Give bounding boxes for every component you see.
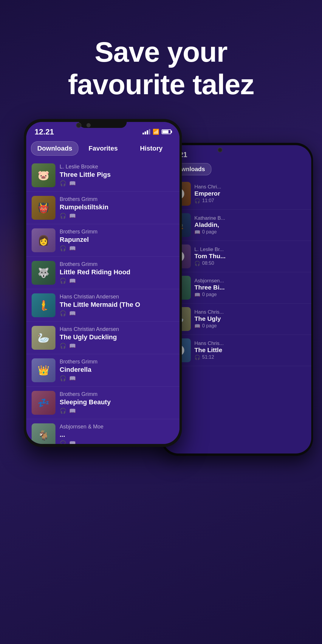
story-author: Brothers Grimm <box>60 391 174 397</box>
tab-favorites[interactable]: Favorites <box>80 141 126 156</box>
story-info: Asbjornsen & Moe ... 🎧 📖 <box>60 424 174 444</box>
story-title: The Little <box>194 346 307 354</box>
story-meta: 📖 0 page <box>194 292 307 298</box>
story-meta: 🎧 11:07 <box>194 198 307 204</box>
story-info: Hans Christian Andersen The Little Merma… <box>60 294 174 317</box>
list-item[interactable]: 👹 Brothers Grimm Rumpelstiltskin 🎧 📖 <box>26 192 179 224</box>
story-info: Brothers Grimm Cinderella 🎧 📖 <box>60 359 174 382</box>
story-title: Tom Thu... <box>194 253 307 260</box>
list-item[interactable]: 👑 Brothers Grimm Cinderella 🎧 📖 <box>26 354 179 387</box>
list-item[interactable]: 🐐 Asbjornsen & Moe ... 🎧 📖 <box>26 419 179 444</box>
hero-section: Save your favourite talez <box>0 0 322 119</box>
story-info: Hans Christian Andersen The Ugly Ducklin… <box>60 326 174 349</box>
headphone-icon: 🎧 <box>60 245 66 252</box>
story-info: Brothers Grimm Rumpelstiltskin 🎧 📖 <box>60 196 174 219</box>
phone1-status-icons: 📶 <box>143 129 171 135</box>
book-icon: 📖 <box>69 343 76 349</box>
story-author: Hans Christian Andersen <box>60 294 174 300</box>
phone1-story-list: 🐷 L. Leslie Brooke Three Little Pigs 🎧 📖… <box>26 159 179 444</box>
meta-value: 0 page <box>202 323 217 329</box>
story-title: Three Little Pigs <box>60 171 174 179</box>
story-title: Little Red Riding Hood <box>60 268 174 276</box>
headphone-icon: 🎧 <box>60 213 66 219</box>
tab-downloads[interactable]: Downloads <box>31 141 78 156</box>
list-item[interactable]: Hans Chris... The Little 🎧 51:12 <box>163 335 311 366</box>
phone-1: 12.21 📶 DownloadsFavoritesHistory <box>24 119 182 447</box>
story-thumbnail: 🦢 <box>32 326 55 350</box>
story-info: Hans Chris... The Ugly 📖 0 page <box>194 309 307 329</box>
story-thumbnail: 👑 <box>32 358 55 382</box>
list-item[interactable]: 🐷 L. Leslie Brooke Three Little Pigs 🎧 📖 <box>26 159 179 192</box>
meta-icon: 📖 <box>194 292 200 298</box>
story-author: Brothers Grimm <box>60 261 174 267</box>
story-meta: 🎧 08:50 <box>194 261 307 266</box>
story-title: Rumpelstiltskin <box>60 203 174 211</box>
meta-icon: 📖 <box>194 323 200 329</box>
meta-icon: 🎧 <box>194 261 200 266</box>
story-thumbnail: 👩 <box>32 228 55 252</box>
story-author: Brothers Grimm <box>60 196 174 202</box>
meta-value: 0 page <box>202 292 217 297</box>
list-item[interactable]: L. Leslie Br... Tom Thu... 🎧 08:50 <box>163 241 311 272</box>
phones-container: 12.21 Downloads Hans Chri... Emperor 🎧 1… <box>0 119 322 566</box>
signal-icon <box>143 129 150 134</box>
list-item[interactable]: 💤 Brothers Grimm Sleeping Beauty 🎧 📖 <box>26 387 179 419</box>
list-item[interactable]: 🧜 Hans Christian Andersen The Little Mer… <box>26 289 179 322</box>
story-author: Hans Christian Andersen <box>60 326 174 332</box>
list-item[interactable]: 🧞 Katharine B... Aladdin, 📖 0 page <box>163 210 311 241</box>
phone1-screen: 12.21 📶 DownloadsFavoritesHistory <box>26 122 179 444</box>
phone1-camera-right <box>86 123 91 127</box>
story-thumbnail: 🧜 <box>32 293 55 317</box>
story-author: Hans Chris... <box>194 340 307 346</box>
story-title: The Little Mermaid (The O <box>60 301 174 309</box>
story-author: Katharine B... <box>194 215 307 221</box>
book-icon: 📖 <box>69 180 76 187</box>
story-media-icons: 🎧 📖 <box>60 343 174 349</box>
story-media-icons: 🎧 📖 <box>60 213 174 219</box>
story-author: Brothers Grimm <box>60 359 174 365</box>
story-title: The Ugly Duckling <box>60 333 174 341</box>
phone-2: 12.21 Downloads Hans Chri... Emperor 🎧 1… <box>161 143 313 456</box>
book-icon: 📖 <box>69 408 76 414</box>
headphone-icon: 🎧 <box>60 180 66 187</box>
story-media-icons: 🎧 📖 <box>60 278 174 284</box>
list-item[interactable]: Hans Chri... Emperor 🎧 11:07 <box>163 178 311 210</box>
headphone-icon: 🎧 <box>60 278 66 284</box>
phone2-tabs: Downloads <box>163 161 311 178</box>
story-media-icons: 🎧 📖 <box>60 375 174 382</box>
meta-value: 0 page <box>202 229 217 235</box>
phone1-tabs-bar: DownloadsFavoritesHistory <box>26 139 179 159</box>
headphone-icon: 🎧 <box>60 343 66 349</box>
phone2-story-list: Hans Chri... Emperor 🎧 11:07 🧞 Katharine… <box>163 178 311 366</box>
book-icon: 📖 <box>69 278 76 284</box>
story-thumbnail: 👹 <box>32 196 55 220</box>
headphone-icon: 🎧 <box>60 440 66 444</box>
story-author: Asbjornsen... <box>194 278 307 284</box>
wifi-icon: 📶 <box>153 129 159 135</box>
story-author: Asbjornsen & Moe <box>60 424 174 430</box>
list-item[interactable]: 👩 Brothers Grimm Rapunzel 🎧 📖 <box>26 224 179 257</box>
hero-title: Save your favourite talez <box>0 36 322 101</box>
story-info: Katharine B... Aladdin, 📖 0 page <box>194 215 307 235</box>
meta-icon: 🎧 <box>194 198 200 204</box>
story-author: L. Leslie Brooke <box>60 164 174 170</box>
list-item[interactable]: 🦢 Hans Chris... The Ugly 📖 0 page <box>163 304 311 335</box>
story-thumbnail: 🐷 <box>32 163 55 187</box>
story-title: ... <box>60 431 174 439</box>
story-thumbnail: 🐺 <box>32 261 55 285</box>
headphone-icon: 🎧 <box>60 310 66 317</box>
tab-history[interactable]: History <box>128 141 175 156</box>
phone1-time: 12.21 <box>35 127 54 137</box>
phone2-status-bar: 12.21 <box>163 145 311 161</box>
story-thumbnail: 🐐 <box>32 423 55 444</box>
list-item[interactable]: 🐺 Brothers Grimm Little Red Riding Hood … <box>26 257 179 289</box>
meta-icon: 🎧 <box>194 354 200 360</box>
list-item[interactable]: 🦢 Hans Christian Andersen The Ugly Duckl… <box>26 322 179 354</box>
story-author: L. Leslie Br... <box>194 247 307 253</box>
story-meta: 📖 0 page <box>194 229 307 235</box>
story-title: The Ugly <box>194 315 307 322</box>
phone2-screen: 12.21 Downloads Hans Chri... Emperor 🎧 1… <box>163 145 311 453</box>
list-item[interactable]: 🐐 Asbjornsen... Three Bi... 📖 0 page <box>163 272 311 304</box>
headphone-icon: 🎧 <box>60 375 66 382</box>
story-info: L. Leslie Br... Tom Thu... 🎧 08:50 <box>194 247 307 266</box>
